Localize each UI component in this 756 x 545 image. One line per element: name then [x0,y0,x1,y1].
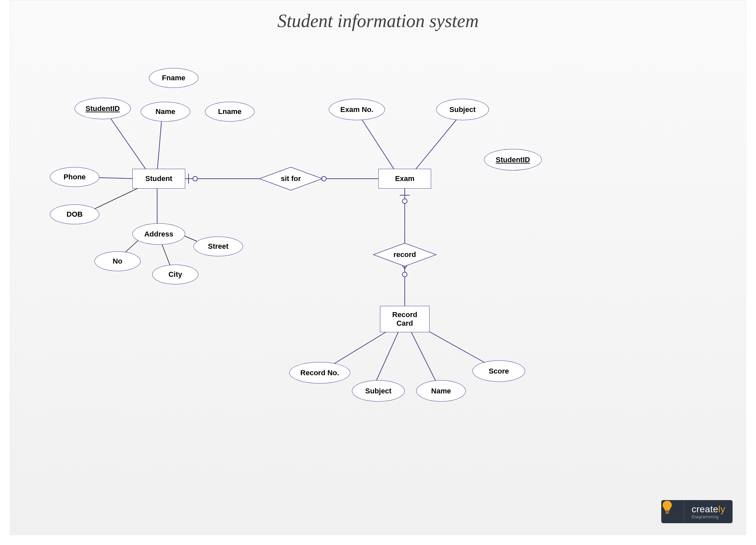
svg-line-1 [157,114,162,172]
entity-exam: Exam [378,169,431,188]
diagram-canvas: Student information system [10,0,746,535]
entity-exam-label: Exam [395,174,415,183]
attr-address: Address [132,223,185,245]
attr-city-label: City [168,270,182,279]
svg-line-0 [104,109,149,174]
attr-no-label: No [113,257,122,265]
attr-address-label: Address [144,230,173,238]
attr-dob: DOB [50,204,99,224]
svg-line-13 [359,114,395,170]
entity-recordcard-label: Record Card [392,311,417,328]
creately-logo: creately Diagramming [661,500,733,523]
svg-line-22 [411,332,438,385]
relationship-record-label: record [394,250,416,259]
attr-name-rc-label: Name [431,387,451,395]
attr-score: Score [472,360,525,382]
attr-recordno: Record No. [289,362,350,384]
attr-studentid: StudentID [75,98,131,119]
attr-street-label: Street [208,242,228,251]
attr-examno: Exam No. [329,99,385,120]
logo-tagline: Diagramming [692,515,725,519]
attr-score-label: Score [489,367,509,376]
attr-studentid-label: StudentID [86,104,120,113]
svg-line-6 [162,245,170,266]
attr-no: No [94,251,141,271]
attr-fname: Fname [149,68,198,88]
relationship-record: record [388,250,421,259]
attr-studentid-exam: StudentID [484,149,542,170]
attr-name-rc: Name [416,380,466,402]
attr-subject-rc-label: Subject [365,387,391,395]
svg-line-14 [415,114,461,170]
attr-phone-label: Phone [63,173,86,181]
attr-subject-exam: Subject [436,99,489,120]
attr-lname: Lname [205,102,255,121]
attr-phone: Phone [50,167,99,187]
attr-examno-label: Exam No. [340,105,373,114]
logo-text: creately Diagramming [684,504,733,519]
attr-street: Street [193,236,243,256]
attr-name-label: Name [155,107,175,116]
relationship-sitfor: sit for [274,174,307,184]
svg-rect-27 [666,513,669,514]
relationship-sitfor-label: sit for [281,174,301,183]
attr-recordno-label: Record No. [300,369,339,377]
attr-subject-exam-label: Subject [449,105,475,114]
attr-studentid-exam-label: StudentID [496,155,530,164]
svg-point-19 [402,272,407,277]
svg-rect-26 [665,511,669,512]
logo-brand-b: ly [718,504,725,514]
entity-student-label: Student [145,174,172,183]
logo-brand-a: create [692,504,718,514]
attr-fname-label: Fname [162,74,186,82]
svg-point-17 [402,199,407,203]
bulb-icon [661,500,684,523]
attr-dob-label: DOB [67,210,83,219]
entity-recordcard: Record Card [380,306,430,332]
attr-city: City [152,264,198,285]
attr-subject-rc: Subject [352,380,405,402]
svg-line-21 [375,332,398,384]
attr-name: Name [141,102,190,121]
entity-student: Student [132,169,185,188]
attr-lname-label: Lname [218,107,242,116]
svg-point-10 [193,176,197,181]
